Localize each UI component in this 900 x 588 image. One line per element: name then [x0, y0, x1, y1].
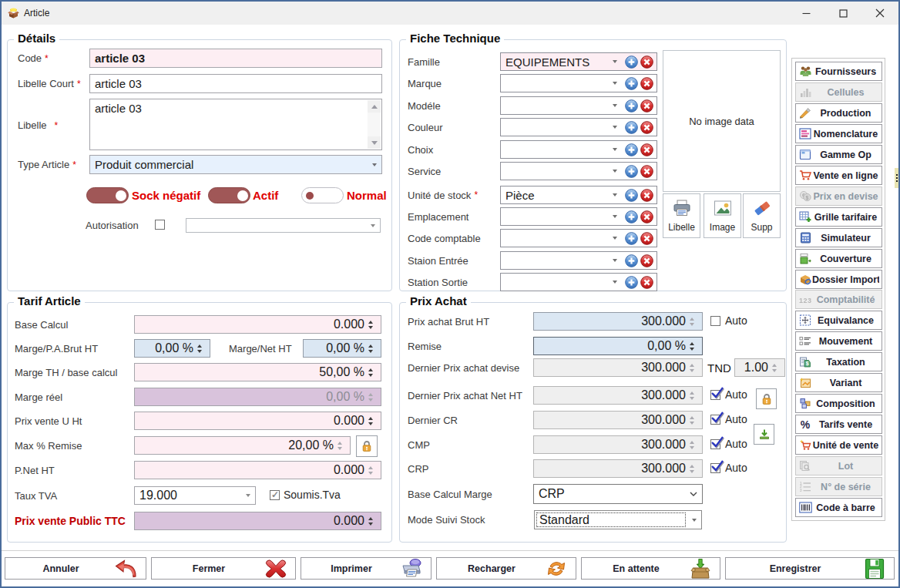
cmp-field[interactable]: 300.000: [533, 435, 703, 454]
scroll-down-icon[interactable]: [368, 136, 381, 149]
marge-pa-brut-field[interactable]: 0,00 %: [134, 339, 210, 358]
prix-ttc-field[interactable]: 0.000: [134, 512, 381, 530]
libelle-court-field[interactable]: article 03: [89, 74, 382, 93]
add-icon[interactable]: [625, 121, 638, 134]
add-icon[interactable]: [625, 232, 638, 245]
clear-icon[interactable]: [640, 165, 653, 178]
marge-net-field[interactable]: 0,00 %: [303, 339, 381, 358]
annuler-button[interactable]: Annuler: [5, 557, 146, 580]
sidebar-item-tarifs-vente[interactable]: % Tarifs vente: [795, 415, 882, 434]
auto-cmp-checkbox[interactable]: [710, 439, 720, 449]
code-field[interactable]: article 03: [89, 49, 382, 68]
sidebar-item-unite-de-vente[interactable]: Unité de vente: [795, 435, 882, 455]
image-image-button[interactable]: Image: [704, 193, 741, 238]
clear-icon[interactable]: [640, 77, 653, 90]
sidebar-item-fournisseurs[interactable]: Fournisseurs: [795, 62, 882, 81]
add-icon[interactable]: [625, 210, 638, 223]
marge-th-field[interactable]: 50,00 %: [134, 363, 381, 381]
spinner[interactable]: [686, 313, 697, 330]
add-icon[interactable]: [625, 254, 638, 267]
unite-de-stock-combo[interactable]: Pièce: [500, 186, 657, 204]
spinner[interactable]: [364, 412, 376, 429]
sidebar-item-variant[interactable]: Variant: [795, 373, 882, 392]
textarea-scrollbar[interactable]: [368, 100, 381, 149]
autorisation-select[interactable]: [186, 218, 381, 233]
remise-field[interactable]: 0,00 %: [533, 337, 703, 355]
scroll-up-icon[interactable]: [368, 100, 381, 113]
add-icon[interactable]: [625, 143, 638, 156]
prix-vente-u-field[interactable]: 0.000: [134, 412, 381, 430]
taux-tva-select[interactable]: 19.000: [134, 486, 256, 505]
sidebar-item-taxation[interactable]: $ Taxation: [795, 352, 882, 371]
currency-rate-field[interactable]: 1.00: [734, 358, 785, 377]
auto-crp-checkbox[interactable]: [710, 463, 720, 473]
sidebar-item-vente-en-ligne[interactable]: Vente en ligne: [795, 166, 882, 185]
libelle-textarea[interactable]: article 03: [89, 99, 382, 150]
lock-achat-button[interactable]: [756, 388, 777, 409]
auto-cr-checkbox[interactable]: [710, 415, 720, 425]
modele-combo[interactable]: [500, 96, 657, 115]
supp-image-button[interactable]: Supp: [743, 193, 781, 238]
libelle-image-button[interactable]: Libelle: [663, 193, 700, 238]
service-combo[interactable]: [500, 162, 657, 180]
clear-icon[interactable]: [640, 232, 653, 245]
lock-remise-button[interactable]: [356, 435, 378, 457]
spinner[interactable]: [686, 338, 697, 354]
soumis-tva-checkbox[interactable]: [270, 490, 280, 500]
type-article-select[interactable]: Produit commercial: [89, 155, 382, 174]
close-button[interactable]: [865, 2, 895, 25]
minimize-button[interactable]: [791, 2, 821, 25]
mode-suivi-select[interactable]: Standard: [534, 510, 702, 529]
clear-icon[interactable]: [640, 99, 653, 113]
clear-icon[interactable]: [640, 189, 653, 202]
spinner[interactable]: [768, 359, 780, 376]
spinner[interactable]: [364, 364, 376, 381]
toggle-stock-negatif[interactable]: [86, 187, 129, 203]
download-button[interactable]: [754, 424, 774, 445]
autorisation-checkbox[interactable]: [155, 220, 165, 230]
clear-icon[interactable]: [640, 121, 653, 134]
spinner[interactable]: [364, 512, 376, 529]
prix-achat-brut-field[interactable]: 300.000: [533, 312, 703, 331]
auto-net-checkbox[interactable]: [710, 390, 720, 400]
toggle-normal[interactable]: [301, 187, 344, 203]
auto-brut-checkbox[interactable]: [710, 316, 720, 326]
sidebar-item-equivalance[interactable]: Equivalance: [795, 311, 882, 330]
spinner[interactable]: [334, 437, 345, 454]
fermer-button[interactable]: Fermer: [151, 557, 296, 580]
spinner[interactable]: [193, 340, 205, 357]
add-icon[interactable]: [625, 55, 638, 69]
sidebar-item-mouvement[interactable]: Mouvement: [795, 331, 882, 351]
crp-field[interactable]: 300.000: [533, 459, 703, 478]
spinner[interactable]: [364, 316, 376, 333]
add-icon[interactable]: [625, 165, 638, 178]
recharger-button[interactable]: Recharger: [436, 557, 576, 580]
sidebar-item-nomenclature[interactable]: Nomenclature: [795, 124, 882, 143]
sidebar-item-composition[interactable]: Composition: [795, 394, 882, 413]
clear-icon[interactable]: [640, 210, 653, 223]
maximize-button[interactable]: [828, 2, 858, 25]
clear-icon[interactable]: [640, 143, 653, 156]
imprimer-button[interactable]: Imprimer: [301, 557, 432, 580]
clear-icon[interactable]: [640, 254, 653, 267]
add-icon[interactable]: [625, 276, 638, 289]
enregistrer-button[interactable]: Enregistrer: [725, 557, 895, 580]
add-icon[interactable]: [625, 77, 638, 90]
splitter-grip[interactable]: [895, 168, 898, 188]
sidebar-item-simulateur[interactable]: Simulateur: [795, 228, 882, 247]
emplacement-combo[interactable]: [500, 207, 657, 226]
dernier-prix-net-field[interactable]: 300.000: [533, 386, 703, 405]
p-net-field[interactable]: 0.000: [134, 461, 381, 479]
max-remise-field[interactable]: 20,00 %: [134, 436, 351, 455]
add-icon[interactable]: [625, 99, 638, 113]
dernier-prix-devise-field[interactable]: 300.000: [533, 358, 703, 377]
sidebar-item-grille-tarifaire[interactable]: Grille tarifaire: [795, 207, 882, 227]
sidebar-item-code-a-barre[interactable]: Code à barre: [795, 498, 882, 517]
base-calcul-field[interactable]: 0.000: [134, 315, 381, 334]
famille-combo[interactable]: EQUIPEMENTS: [500, 52, 657, 71]
code-comptable-combo[interactable]: [500, 229, 657, 247]
dernier-cr-field[interactable]: 300.000: [533, 411, 703, 429]
station-sortie-combo[interactable]: [500, 273, 657, 291]
clear-icon[interactable]: [640, 276, 653, 289]
couleur-combo[interactable]: [500, 118, 657, 136]
